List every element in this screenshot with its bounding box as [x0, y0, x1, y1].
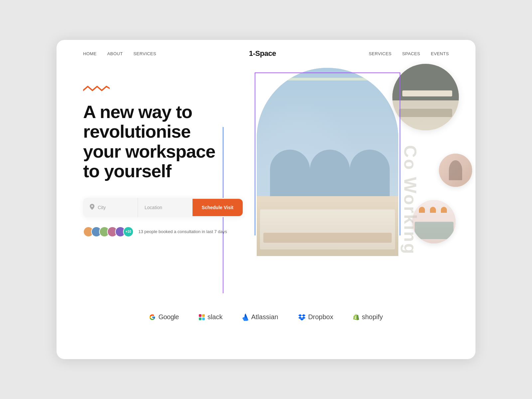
page-container: HOME ABOUT SERVICES 1-Space SERVICES SPA… [57, 40, 475, 359]
slack-cell-2 [202, 314, 205, 317]
nav-events[interactable]: EVENTS [431, 51, 449, 56]
workspace-photo [257, 68, 398, 256]
nav-about[interactable]: ABOUT [107, 51, 123, 56]
person-desk-image [439, 154, 472, 187]
slack-cell-4 [202, 318, 205, 320]
schedule-visit-button[interactable]: Schedule Visit [193, 199, 243, 216]
meeting-room-image [392, 64, 459, 130]
slack-cell-3 [199, 318, 201, 320]
location-pin-icon [90, 204, 94, 211]
dropbox-label: Dropbox [308, 313, 333, 321]
google-label: Google [158, 313, 179, 321]
social-proof: +10 13 people booked a consultation in l… [83, 226, 249, 237]
room-table [402, 90, 452, 96]
wave-decoration [83, 84, 249, 95]
brand-shopify: shopify [353, 313, 383, 321]
main-workspace-image [256, 67, 399, 257]
avatar-group: +10 [83, 226, 134, 237]
nav-right: SERVICES SPACES EVENTS [369, 51, 449, 56]
navbar: HOME ABOUT SERVICES 1-Space SERVICES SPA… [57, 40, 475, 67]
pendant-3 [441, 207, 447, 213]
person-silhouette [449, 160, 462, 180]
brand-slack: slack [199, 313, 223, 321]
shopify-label: shopify [362, 313, 383, 321]
coworking-label: Co Working [401, 145, 421, 255]
nav-spaces[interactable]: SPACES [402, 51, 420, 56]
seating-area [260, 209, 395, 249]
small-room-interior [439, 154, 472, 187]
city-field[interactable]: City [83, 198, 138, 217]
location-placeholder: Location [145, 205, 162, 210]
pendant-2 [430, 207, 436, 213]
atlassian-label: Atlassian [251, 313, 278, 321]
brands-section: Google slack [57, 300, 475, 337]
logo[interactable]: 1-Space [249, 49, 276, 58]
brand-dropbox: Dropbox [298, 313, 333, 321]
hero-left: A new way to revolutionise your workspac… [83, 74, 249, 293]
social-proof-text: 13 people booked a consultation in last … [138, 229, 227, 234]
nav-home[interactable]: HOME [83, 51, 97, 56]
ceiling-lights [257, 78, 398, 80]
pendant-lights [419, 207, 449, 217]
nav-services-left[interactable]: SERVICES [133, 51, 156, 56]
search-bar: City Location Schedule Visit [83, 198, 243, 217]
avatar-more: +10 [123, 226, 134, 237]
brand-atlassian: Atlassian [242, 313, 278, 321]
location-field[interactable]: Location [138, 199, 193, 216]
room-chairs [399, 109, 452, 117]
atlassian-icon [242, 314, 248, 321]
table-row-sim [263, 233, 392, 243]
slack-label: slack [207, 313, 223, 321]
slack-cell-1 [199, 314, 201, 317]
hero-title: A new way to revolutionise your workspac… [83, 102, 249, 181]
google-icon [149, 314, 156, 321]
brand-google: Google [149, 313, 179, 321]
room-interior [392, 64, 459, 130]
shopify-icon [353, 314, 359, 321]
slack-icon [199, 314, 205, 320]
hero-section: A new way to revolutionise your workspac… [57, 67, 475, 293]
city-placeholder: City [98, 205, 106, 210]
dropbox-icon [298, 314, 306, 321]
nav-left: HOME ABOUT SERVICES [83, 51, 156, 56]
nav-services-right[interactable]: SERVICES [369, 51, 392, 56]
hero-right: Co Working [256, 74, 449, 293]
